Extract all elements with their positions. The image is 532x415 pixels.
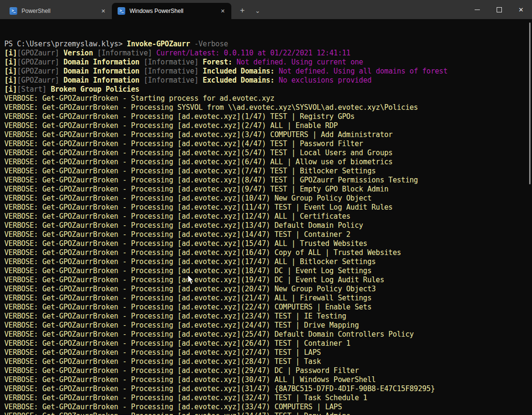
terminal-line: VERBOSE: Get-GPOZaurrBroken - Processing… <box>4 149 525 158</box>
terminal-line: VERBOSE: Get-GPOZaurrBroken - Processing… <box>4 230 525 239</box>
maximize-button[interactable] <box>488 0 510 19</box>
terminal-line: VERBOSE: Get-GPOZaurrBroken - Processing… <box>4 139 525 149</box>
terminal-line: VERBOSE: Get-GPOZaurrBroken - Processing… <box>4 303 525 312</box>
terminal-line: VERBOSE: Get-GPOZaurrBroken - Processing… <box>4 366 525 375</box>
scrollbar-thumb[interactable] <box>529 22 531 184</box>
terminal-output: PS C:\Users\przemyslaw.klys> Invoke-GPOZ… <box>4 40 525 415</box>
scrollbar-track[interactable] <box>526 19 532 415</box>
terminal-line: VERBOSE: Get-GPOZaurrBroken - Processing… <box>4 412 525 415</box>
terminal-line: VERBOSE: Get-GPOZaurrBroken - Processing… <box>4 257 525 266</box>
terminal-line: VERBOSE: Get-GPOZaurrBroken - Processing… <box>4 285 525 294</box>
terminal-line: VERBOSE: Get-GPOZaurrBroken - Starting p… <box>4 94 525 103</box>
terminal-line: VERBOSE: Get-GPOZaurrBroken - Processing… <box>4 357 525 366</box>
terminal-line: PS C:\Users\przemyslaw.klys> Invoke-GPOZ… <box>4 40 525 49</box>
terminal-line: [i][Start] Broken Group Policies <box>4 85 525 94</box>
close-tab-icon[interactable]: ✕ <box>98 5 109 17</box>
tab-dropdown-button[interactable]: ⌄ <box>251 4 264 17</box>
terminal-line: VERBOSE: Get-GPOZaurrBroken - Processing… <box>4 330 525 339</box>
terminal-line: VERBOSE: Get-GPOZaurrBroken - Processing… <box>4 403 525 412</box>
tab-windows-powershell[interactable]: >_Windows PowerShell✕ <box>112 3 231 19</box>
terminal-line: VERBOSE: Get-GPOZaurrBroken - Processing… <box>4 221 525 230</box>
powershell-icon: >_ <box>118 7 125 15</box>
terminal-line: VERBOSE: Get-GPOZaurrBroken - Processing… <box>4 212 525 221</box>
terminal-line: VERBOSE: Get-GPOZaurrBroken - Processing… <box>4 176 525 185</box>
terminal-line: VERBOSE: Get-GPOZaurrBroken - Processing… <box>4 185 525 194</box>
terminal-line: VERBOSE: Get-GPOZaurrBroken - Processing… <box>4 121 525 130</box>
tab-label: PowerShell <box>22 8 93 14</box>
terminal-line: [i][GPOZaurr] Domain Information [Inform… <box>4 58 525 67</box>
terminal-line: VERBOSE: Get-GPOZaurrBroken - Processing… <box>4 239 525 248</box>
terminal-line: VERBOSE: Get-GPOZaurrBroken - Processing… <box>4 384 525 394</box>
terminal-line: [i][GPOZaurr] Version [Informative] Curr… <box>4 49 525 58</box>
terminal-line: VERBOSE: Get-GPOZaurrBroken - Processing… <box>4 294 525 303</box>
window-controls: ✕ <box>466 0 532 19</box>
terminal-line: VERBOSE: Get-GPOZaurrBroken - Processing… <box>4 158 525 167</box>
terminal-line: [i][GPOZaurr] Domain Information [Inform… <box>4 76 525 85</box>
close-button[interactable]: ✕ <box>510 0 532 19</box>
terminal-line: VERBOSE: Get-GPOZaurrBroken - Processing… <box>4 167 525 176</box>
terminal-line: VERBOSE: Get-GPOZaurrBroken - Processing… <box>4 276 525 285</box>
terminal-line: VERBOSE: Get-GPOZaurrBroken - Processing… <box>4 375 525 384</box>
tab-bar: >_PowerShell✕>_Windows PowerShell✕ <box>0 0 231 19</box>
close-icon: ✕ <box>519 7 524 13</box>
terminal-line: [i][GPOZaurr] Domain Information [Inform… <box>4 67 525 76</box>
title-bar: >_PowerShell✕>_Windows PowerShell✕ + ⌄ ✕ <box>0 0 532 19</box>
terminal-line: VERBOSE: Get-GPOZaurrBroken - Processing… <box>4 248 525 257</box>
new-tab-button[interactable]: + <box>236 4 249 17</box>
terminal-line: VERBOSE: Get-GPOZaurrBroken - Processing… <box>4 203 525 212</box>
minimize-button[interactable] <box>466 0 488 19</box>
terminal-line: VERBOSE: Get-GPOZaurrBroken - Processing… <box>4 112 525 121</box>
terminal[interactable]: PS C:\Users\przemyslaw.klys> Invoke-GPOZ… <box>0 19 532 415</box>
terminal-line: VERBOSE: Get-GPOZaurrBroken - Processing… <box>4 130 525 139</box>
close-tab-icon[interactable]: ✕ <box>217 5 228 17</box>
tab-label: Windows PowerShell <box>130 8 213 14</box>
terminal-line: VERBOSE: Get-GPOZaurrBroken - Processing… <box>4 348 525 357</box>
powershell-icon: >_ <box>10 7 17 15</box>
terminal-line: VERBOSE: Get-GPOZaurrBroken - Processing… <box>4 339 525 348</box>
windows-terminal-window: { "window": { "title_bar": { "tabs": [ {… <box>0 0 532 415</box>
maximize-icon <box>497 7 502 12</box>
tab-powershell[interactable]: >_PowerShell✕ <box>4 3 112 19</box>
terminal-line: VERBOSE: Get-GPOZaurrBroken - Processing… <box>4 312 525 321</box>
terminal-line: VERBOSE: Get-GPOZaurrBroken - Processing… <box>4 394 525 403</box>
terminal-line: VERBOSE: Get-GPOZaurrBroken - Processing… <box>4 321 525 330</box>
terminal-line: VERBOSE: Get-GPOZaurrBroken - Processing… <box>4 266 525 276</box>
terminal-line: VERBOSE: Get-GPOZaurrBroken - Processing… <box>4 194 525 203</box>
minimize-icon <box>475 10 480 10</box>
terminal-line: VERBOSE: Get-GPOZaurrBroken - Processing… <box>4 103 525 112</box>
